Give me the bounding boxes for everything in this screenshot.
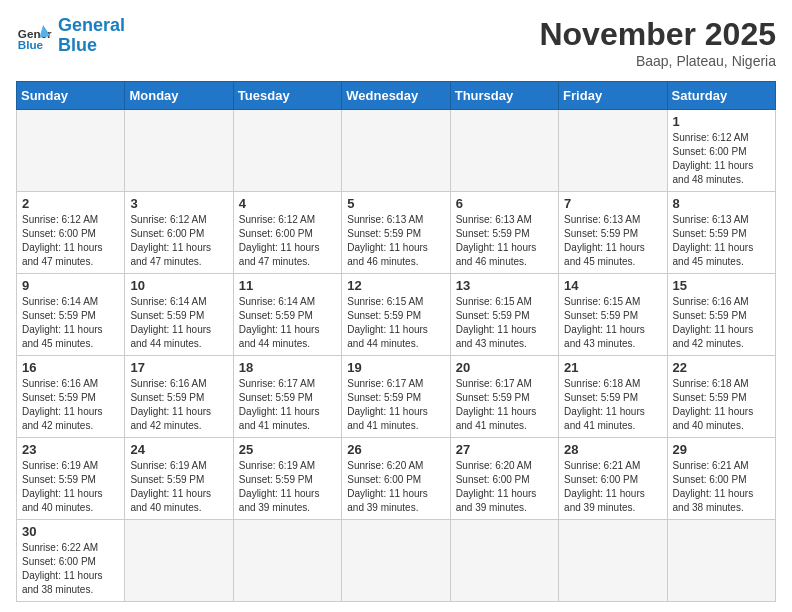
day-info: Sunrise: 6:16 AMSunset: 5:59 PMDaylight:… <box>22 377 119 433</box>
logo-icon: General Blue <box>16 18 52 54</box>
day-number: 11 <box>239 278 336 293</box>
empty-cell <box>342 520 450 602</box>
day-number: 8 <box>673 196 770 211</box>
day-number: 21 <box>564 360 661 375</box>
title-block: November 2025 Baap, Plateau, Nigeria <box>539 16 776 69</box>
day-info: Sunrise: 6:13 AMSunset: 5:59 PMDaylight:… <box>456 213 553 269</box>
calendar-day: 22Sunrise: 6:18 AMSunset: 5:59 PMDayligh… <box>667 356 775 438</box>
day-number: 25 <box>239 442 336 457</box>
calendar-table: Sunday Monday Tuesday Wednesday Thursday… <box>16 81 776 602</box>
day-info: Sunrise: 6:20 AMSunset: 6:00 PMDaylight:… <box>347 459 444 515</box>
day-number: 27 <box>456 442 553 457</box>
day-number: 2 <box>22 196 119 211</box>
day-info: Sunrise: 6:15 AMSunset: 5:59 PMDaylight:… <box>564 295 661 351</box>
empty-cell <box>559 520 667 602</box>
day-info: Sunrise: 6:14 AMSunset: 5:59 PMDaylight:… <box>130 295 227 351</box>
day-info: Sunrise: 6:19 AMSunset: 5:59 PMDaylight:… <box>22 459 119 515</box>
calendar-day: 17Sunrise: 6:16 AMSunset: 5:59 PMDayligh… <box>125 356 233 438</box>
col-wednesday: Wednesday <box>342 82 450 110</box>
calendar-day: 14Sunrise: 6:15 AMSunset: 5:59 PMDayligh… <box>559 274 667 356</box>
empty-cell <box>559 110 667 192</box>
empty-cell <box>233 110 341 192</box>
svg-text:Blue: Blue <box>18 37 44 50</box>
location-subtitle: Baap, Plateau, Nigeria <box>539 53 776 69</box>
calendar-day: 30Sunrise: 6:22 AMSunset: 6:00 PMDayligh… <box>17 520 125 602</box>
calendar-day: 5Sunrise: 6:13 AMSunset: 5:59 PMDaylight… <box>342 192 450 274</box>
empty-cell <box>667 520 775 602</box>
logo-text: GeneralBlue <box>58 16 125 56</box>
empty-cell <box>342 110 450 192</box>
col-saturday: Saturday <box>667 82 775 110</box>
day-info: Sunrise: 6:16 AMSunset: 5:59 PMDaylight:… <box>673 295 770 351</box>
calendar-day: 1Sunrise: 6:12 AMSunset: 6:00 PMDaylight… <box>667 110 775 192</box>
calendar-day: 10Sunrise: 6:14 AMSunset: 5:59 PMDayligh… <box>125 274 233 356</box>
day-number: 26 <box>347 442 444 457</box>
day-info: Sunrise: 6:21 AMSunset: 6:00 PMDaylight:… <box>673 459 770 515</box>
day-number: 7 <box>564 196 661 211</box>
day-info: Sunrise: 6:18 AMSunset: 5:59 PMDaylight:… <box>564 377 661 433</box>
calendar-day: 21Sunrise: 6:18 AMSunset: 5:59 PMDayligh… <box>559 356 667 438</box>
day-info: Sunrise: 6:13 AMSunset: 5:59 PMDaylight:… <box>564 213 661 269</box>
calendar-day: 27Sunrise: 6:20 AMSunset: 6:00 PMDayligh… <box>450 438 558 520</box>
calendar-day: 7Sunrise: 6:13 AMSunset: 5:59 PMDaylight… <box>559 192 667 274</box>
calendar-day: 6Sunrise: 6:13 AMSunset: 5:59 PMDaylight… <box>450 192 558 274</box>
day-number: 20 <box>456 360 553 375</box>
calendar-day: 29Sunrise: 6:21 AMSunset: 6:00 PMDayligh… <box>667 438 775 520</box>
day-number: 19 <box>347 360 444 375</box>
day-number: 17 <box>130 360 227 375</box>
calendar-row: 2Sunrise: 6:12 AMSunset: 6:00 PMDaylight… <box>17 192 776 274</box>
calendar-row: 1Sunrise: 6:12 AMSunset: 6:00 PMDaylight… <box>17 110 776 192</box>
day-info: Sunrise: 6:16 AMSunset: 5:59 PMDaylight:… <box>130 377 227 433</box>
day-info: Sunrise: 6:12 AMSunset: 6:00 PMDaylight:… <box>22 213 119 269</box>
col-tuesday: Tuesday <box>233 82 341 110</box>
calendar-day: 18Sunrise: 6:17 AMSunset: 5:59 PMDayligh… <box>233 356 341 438</box>
day-number: 22 <box>673 360 770 375</box>
day-number: 1 <box>673 114 770 129</box>
day-number: 10 <box>130 278 227 293</box>
day-info: Sunrise: 6:17 AMSunset: 5:59 PMDaylight:… <box>347 377 444 433</box>
calendar-day: 20Sunrise: 6:17 AMSunset: 5:59 PMDayligh… <box>450 356 558 438</box>
empty-cell <box>125 520 233 602</box>
empty-cell <box>450 110 558 192</box>
day-number: 23 <box>22 442 119 457</box>
empty-cell <box>450 520 558 602</box>
calendar-day: 2Sunrise: 6:12 AMSunset: 6:00 PMDaylight… <box>17 192 125 274</box>
day-info: Sunrise: 6:21 AMSunset: 6:00 PMDaylight:… <box>564 459 661 515</box>
calendar-day: 19Sunrise: 6:17 AMSunset: 5:59 PMDayligh… <box>342 356 450 438</box>
calendar-day: 28Sunrise: 6:21 AMSunset: 6:00 PMDayligh… <box>559 438 667 520</box>
day-number: 30 <box>22 524 119 539</box>
day-info: Sunrise: 6:12 AMSunset: 6:00 PMDaylight:… <box>130 213 227 269</box>
col-sunday: Sunday <box>17 82 125 110</box>
empty-cell <box>233 520 341 602</box>
col-friday: Friday <box>559 82 667 110</box>
day-info: Sunrise: 6:17 AMSunset: 5:59 PMDaylight:… <box>239 377 336 433</box>
calendar-day: 8Sunrise: 6:13 AMSunset: 5:59 PMDaylight… <box>667 192 775 274</box>
calendar-day: 11Sunrise: 6:14 AMSunset: 5:59 PMDayligh… <box>233 274 341 356</box>
calendar-day: 4Sunrise: 6:12 AMSunset: 6:00 PMDaylight… <box>233 192 341 274</box>
page-header: General Blue GeneralBlue November 2025 B… <box>16 16 776 69</box>
calendar-day: 12Sunrise: 6:15 AMSunset: 5:59 PMDayligh… <box>342 274 450 356</box>
calendar-day: 15Sunrise: 6:16 AMSunset: 5:59 PMDayligh… <box>667 274 775 356</box>
day-number: 16 <box>22 360 119 375</box>
calendar-day: 24Sunrise: 6:19 AMSunset: 5:59 PMDayligh… <box>125 438 233 520</box>
calendar-day: 9Sunrise: 6:14 AMSunset: 5:59 PMDaylight… <box>17 274 125 356</box>
col-monday: Monday <box>125 82 233 110</box>
day-info: Sunrise: 6:12 AMSunset: 6:00 PMDaylight:… <box>239 213 336 269</box>
empty-cell <box>125 110 233 192</box>
calendar-row: 23Sunrise: 6:19 AMSunset: 5:59 PMDayligh… <box>17 438 776 520</box>
calendar-day: 23Sunrise: 6:19 AMSunset: 5:59 PMDayligh… <box>17 438 125 520</box>
calendar-row: 16Sunrise: 6:16 AMSunset: 5:59 PMDayligh… <box>17 356 776 438</box>
day-info: Sunrise: 6:20 AMSunset: 6:00 PMDaylight:… <box>456 459 553 515</box>
calendar-day: 16Sunrise: 6:16 AMSunset: 5:59 PMDayligh… <box>17 356 125 438</box>
day-number: 24 <box>130 442 227 457</box>
day-info: Sunrise: 6:14 AMSunset: 5:59 PMDaylight:… <box>239 295 336 351</box>
day-number: 13 <box>456 278 553 293</box>
weekday-header-row: Sunday Monday Tuesday Wednesday Thursday… <box>17 82 776 110</box>
day-info: Sunrise: 6:15 AMSunset: 5:59 PMDaylight:… <box>456 295 553 351</box>
day-info: Sunrise: 6:13 AMSunset: 5:59 PMDaylight:… <box>673 213 770 269</box>
day-number: 3 <box>130 196 227 211</box>
day-number: 4 <box>239 196 336 211</box>
day-number: 9 <box>22 278 119 293</box>
day-number: 6 <box>456 196 553 211</box>
calendar-day: 13Sunrise: 6:15 AMSunset: 5:59 PMDayligh… <box>450 274 558 356</box>
